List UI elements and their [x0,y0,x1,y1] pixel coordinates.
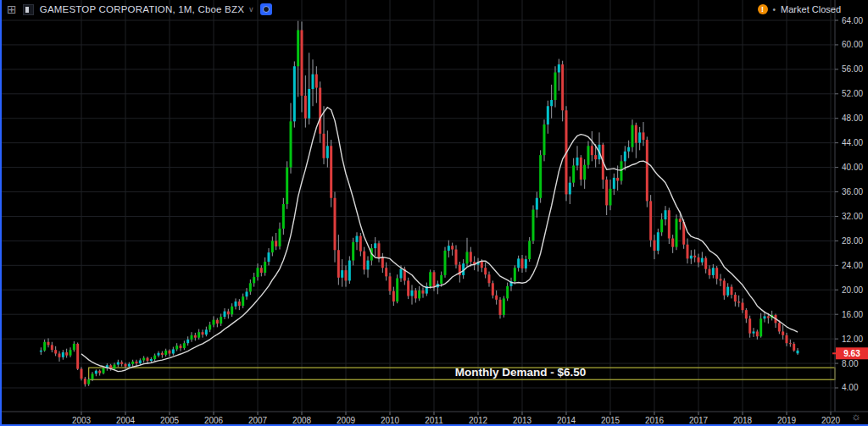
candle-body [275,241,277,246]
candle-body [470,252,472,262]
candle-body [153,356,156,359]
price-axis-label[interactable]: 4.00 [842,383,859,392]
candle-body [698,257,700,263]
candle-body [81,369,83,379]
price-axis-label[interactable]: 16.00 [842,310,863,319]
demand-zone-label[interactable]: Monthly Demand - $6.50 [455,366,587,379]
candle-body [103,368,105,373]
candle-body [213,320,215,325]
price-axis-label[interactable]: 44.00 [842,138,863,147]
price-axis-label[interactable]: 40.00 [842,163,863,172]
candle-body [279,229,281,246]
candle-body [150,359,153,361]
gamestop-logo-icon [23,4,34,15]
candle-body [238,302,241,306]
candle-body [444,251,447,275]
candle-body [359,236,362,252]
candle-body [481,262,483,268]
candle-body [635,125,637,143]
candle-body [356,236,359,242]
candle-body [128,364,131,367]
candle-body [543,124,546,155]
candle-body [158,353,160,356]
price-axis-label[interactable]: 56.00 [842,64,863,74]
candle-body [268,252,270,262]
candle-body [242,296,244,306]
price-axis-label[interactable]: 48.00 [842,113,863,123]
candle-body [345,270,348,280]
candle-body [253,277,255,283]
candle-body [290,121,292,167]
candlestick-chart[interactable]: Monthly Demand - $6.5064.0060.0056.0052.… [0,0,868,426]
candle-body [62,352,64,357]
candle-body [92,373,94,379]
candle-body [793,344,795,351]
candle-body [43,342,46,351]
candle-body [539,155,542,198]
price-axis-label[interactable]: 24.00 [842,261,863,270]
candle-body [139,360,142,363]
chevron-down-icon[interactable]: ∨ [248,5,254,14]
candle-body [231,307,233,314]
left-border [0,0,2,426]
candle-body [521,258,524,268]
candle-body [532,210,535,241]
candle-body [202,332,204,335]
candle-body [737,302,740,302]
candle-body [114,365,116,369]
candle-body [180,346,182,348]
candle-body [400,269,403,279]
candle-body [671,239,674,247]
candle-body [216,320,219,324]
candle-body [84,379,86,385]
price-axis-label[interactable]: 36.00 [842,187,863,196]
candle-body [337,250,340,278]
candle-body [73,344,75,350]
candle-body [455,250,458,265]
chart-legend[interactable]: ⊞ GAMESTOP CORPORATION, 1M, Cboe BZX ∨ [7,3,272,15]
market-status-label: Market Closed [781,4,841,14]
axis-settings-icon[interactable]: ☼ [851,410,861,423]
candle-body [720,279,722,280]
candle-body [782,331,784,335]
candle-body [227,312,230,315]
market-status[interactable]: ! • Market Closed [758,4,841,14]
candle-body [484,268,487,274]
candle-body [726,287,729,296]
candle-body [756,331,759,336]
price-axis-label[interactable]: 52.00 [842,89,863,98]
candle-body [172,349,175,353]
candle-body [569,183,571,195]
price-axis-label[interactable]: 60.00 [842,40,863,49]
candle-body [315,75,318,88]
price-axis-label[interactable]: 64.00 [842,16,863,25]
candle-body [87,379,90,385]
price-axis-label[interactable]: 28.00 [842,236,863,246]
candle-body [492,283,494,295]
price-axis-label[interactable]: 8.00 [842,359,859,368]
candle-body [558,64,560,72]
candle-body [767,316,770,318]
price-axis-label[interactable]: 32.00 [842,212,863,221]
candle-body [330,146,332,197]
candle-body [147,358,149,362]
last-price-label[interactable]: 9.63 [843,349,860,358]
candle-body [591,146,593,155]
candle-body [385,268,387,276]
candle-body [649,201,652,240]
candle-body [643,132,645,140]
alert-icon[interactable]: ! [758,4,768,14]
price-axis-label[interactable]: 20.00 [842,285,863,295]
candle-body [687,245,689,259]
candle-body [260,268,263,273]
candle-body [583,165,586,180]
layout-grid-icon[interactable]: ⊞ [7,3,17,15]
candle-body [183,343,186,348]
candle-body [517,258,520,268]
price-axis-label[interactable]: 12.00 [842,335,863,344]
candle-body [580,158,582,180]
symbol-title[interactable]: GAMESTOP CORPORATION, 1M, Cboe BZX [40,4,244,14]
candle-body [131,362,134,364]
candle-body [786,335,788,343]
candle-body [495,296,498,300]
